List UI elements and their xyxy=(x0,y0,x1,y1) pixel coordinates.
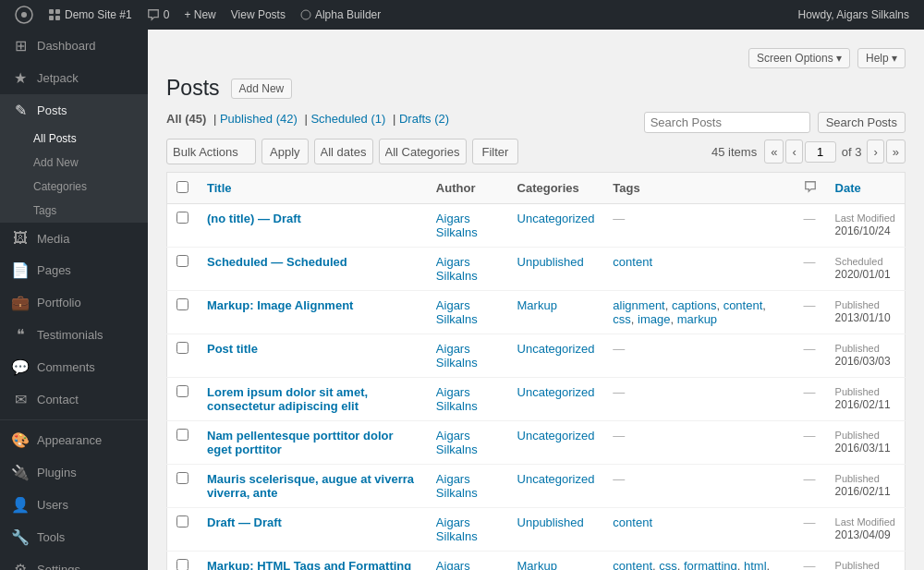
select-all-checkbox[interactable] xyxy=(176,181,188,193)
sidebar-item-comments[interactable]: 💬 Comments xyxy=(0,351,148,383)
pagination-next[interactable]: › xyxy=(867,139,883,164)
row-8-category-link[interactable]: Markup xyxy=(517,559,557,570)
admin-bar-comments[interactable]: 0 xyxy=(140,0,177,30)
row-8-tag-0[interactable]: content xyxy=(613,559,652,570)
sidebar-item-pages[interactable]: 📄 Pages xyxy=(0,254,148,286)
bulk-actions-select[interactable]: Bulk Actions Edit Move to Trash xyxy=(166,139,256,164)
row-2-tag-4[interactable]: image xyxy=(638,312,670,326)
sidebar-item-jetpack[interactable]: ★ Jetpack xyxy=(0,62,148,94)
sidebar-item-posts[interactable]: ✎ Posts xyxy=(0,94,148,127)
row-8-author-link[interactable]: Aigars Silkalns xyxy=(436,559,478,570)
search-posts-button[interactable]: Search Posts xyxy=(818,112,906,133)
row-1-checkbox[interactable] xyxy=(176,255,188,267)
row-7-checkbox[interactable] xyxy=(176,515,188,528)
row-2-tag-3[interactable]: css xyxy=(613,312,631,326)
pagination-last[interactable]: » xyxy=(886,139,906,164)
row-2-tag-5[interactable]: markup xyxy=(677,312,717,326)
pagination-current-page[interactable] xyxy=(805,141,836,163)
add-new-button[interactable]: Add New xyxy=(231,79,293,99)
row-4-category-link[interactable]: Uncategorized xyxy=(517,385,595,399)
row-0-author-link[interactable]: Aigars Silkalns xyxy=(436,212,478,239)
row-3-author-link[interactable]: Aigars Silkalns xyxy=(436,342,478,370)
row-0-checkbox-cell xyxy=(167,204,199,248)
pagination-prev[interactable]: ‹ xyxy=(785,139,802,164)
filter-all[interactable]: All (45) xyxy=(166,112,206,126)
row-8-checkbox[interactable] xyxy=(176,559,188,570)
sidebar-item-appearance[interactable]: 🎨 Appearance xyxy=(0,424,148,456)
category-filter-select[interactable]: All Categories xyxy=(379,139,467,164)
admin-bar-logo[interactable] xyxy=(7,0,41,30)
sidebar-item-plugins[interactable]: 🔌 Plugins xyxy=(0,456,148,489)
row-4-author-link[interactable]: Aigars Silkalns xyxy=(436,385,478,413)
admin-bar-site[interactable]: Demo Site #1 xyxy=(41,0,140,30)
row-5-author-link[interactable]: Aigars Silkalns xyxy=(436,429,478,456)
row-2-title-link[interactable]: Markup: Image Alignment xyxy=(207,298,353,312)
row-7-tag-0[interactable]: content xyxy=(613,515,652,529)
row-1-author-link[interactable]: Aigars Silkalns xyxy=(436,255,478,283)
row-2-author-link[interactable]: Aigars Silkalns xyxy=(436,298,478,326)
row-3-checkbox[interactable] xyxy=(176,342,188,354)
row-1-title-link[interactable]: Scheduled — Scheduled xyxy=(207,255,347,269)
sidebar-sub-categories[interactable]: Categories xyxy=(0,175,148,199)
row-3-category-link[interactable]: Uncategorized xyxy=(517,342,595,356)
row-5-category-link[interactable]: Uncategorized xyxy=(517,429,595,443)
sidebar-item-testimonials[interactable]: ❝ Testimonials xyxy=(0,319,148,351)
row-0-title-link[interactable]: (no title) — Draft xyxy=(207,212,301,225)
admin-bar-alpha-builder[interactable]: Alpha Builder xyxy=(293,0,388,30)
row-8-tag-3[interactable]: html xyxy=(744,559,767,570)
row-2-tag-0[interactable]: alignment xyxy=(613,298,664,312)
row-3-tags-cell: — xyxy=(603,334,794,378)
sidebar-sub-tags[interactable]: Tags xyxy=(0,199,148,223)
sidebar-item-settings[interactable]: ⚙ Settings xyxy=(0,553,148,570)
sidebar-item-media[interactable]: 🖼 Media xyxy=(0,223,148,254)
row-7-author-link[interactable]: Aigars Silkalns xyxy=(436,515,478,543)
sidebar-item-tools[interactable]: 🔧 Tools xyxy=(0,521,148,553)
row-4-title-link[interactable]: Lorem ipsum dolor sit amet, consectetur … xyxy=(207,385,368,413)
row-4-checkbox[interactable] xyxy=(176,385,188,397)
appearance-icon: 🎨 xyxy=(11,431,30,449)
row-1-category-link[interactable]: Unpublished xyxy=(517,255,584,269)
filter-scheduled[interactable]: Scheduled (1) xyxy=(310,112,385,126)
row-5-checkbox[interactable] xyxy=(176,429,188,441)
table-header-date[interactable]: Date xyxy=(826,173,906,204)
screen-options-button[interactable]: Screen Options ▾ xyxy=(748,48,850,68)
apply-button[interactable]: Apply xyxy=(261,139,309,164)
row-8-title-link[interactable]: Markup: HTML Tags and Formatting xyxy=(207,559,411,570)
row-2-category-link[interactable]: Markup xyxy=(517,298,557,312)
sidebar-item-users[interactable]: 👤 Users xyxy=(0,489,148,521)
row-0-checkbox[interactable] xyxy=(176,212,188,224)
row-8-tag-1[interactable]: css xyxy=(659,559,677,570)
sidebar-sub-all-posts[interactable]: All Posts xyxy=(0,127,148,151)
row-6-category-link[interactable]: Uncategorized xyxy=(517,472,595,486)
filter-published[interactable]: Published (42) xyxy=(220,112,298,126)
row-6-checkbox[interactable] xyxy=(176,472,188,484)
filter-drafts[interactable]: Drafts (2) xyxy=(399,112,449,126)
row-3-title-link[interactable]: Post title xyxy=(207,342,258,356)
row-1-tag-0[interactable]: content xyxy=(613,255,652,269)
sidebar-sub-add-new[interactable]: Add New xyxy=(0,151,148,175)
filter-button[interactable]: Filter xyxy=(472,139,519,164)
row-7-category-link[interactable]: Unpublished xyxy=(517,515,584,529)
row-8-tag-2[interactable]: formatting xyxy=(684,559,737,570)
row-7-title-link[interactable]: Draft — Draft xyxy=(207,515,282,529)
admin-bar-new[interactable]: + New xyxy=(176,0,223,30)
help-button[interactable]: Help ▾ xyxy=(857,48,906,68)
row-0-category-link[interactable]: Uncategorized xyxy=(517,212,595,225)
pagination-first[interactable]: « xyxy=(764,139,784,164)
sidebar-item-portfolio[interactable]: 💼 Portfolio xyxy=(0,286,148,319)
row-6-author-link[interactable]: Aigars Silkalns xyxy=(436,472,478,500)
row-2-tag-1[interactable]: captions xyxy=(672,298,716,312)
sidebar-item-contact[interactable]: ✉ Contact xyxy=(0,383,148,416)
admin-bar-view-posts[interactable]: View Posts xyxy=(224,0,293,30)
search-input[interactable] xyxy=(644,112,810,133)
sidebar-item-dashboard[interactable]: ⊞ Dashboard xyxy=(0,30,148,62)
sidebar-posts-submenu: All Posts Add New Categories Tags xyxy=(0,127,148,223)
row-2-checkbox[interactable] xyxy=(176,298,188,310)
table-header-title[interactable]: Title xyxy=(198,173,427,204)
row-6-title-link[interactable]: Mauris scelerisque, augue at viverra viv… xyxy=(207,472,414,500)
table-row: Nam pellentesque porttitor dolor eget po… xyxy=(167,421,906,465)
date-filter-select[interactable]: All dates xyxy=(314,139,373,164)
row-5-title-link[interactable]: Nam pellentesque porttitor dolor eget po… xyxy=(207,429,394,456)
admin-bar-howdy[interactable]: Howdy, Aigars Silkalns xyxy=(791,8,918,21)
row-2-tag-2[interactable]: content xyxy=(723,298,763,312)
